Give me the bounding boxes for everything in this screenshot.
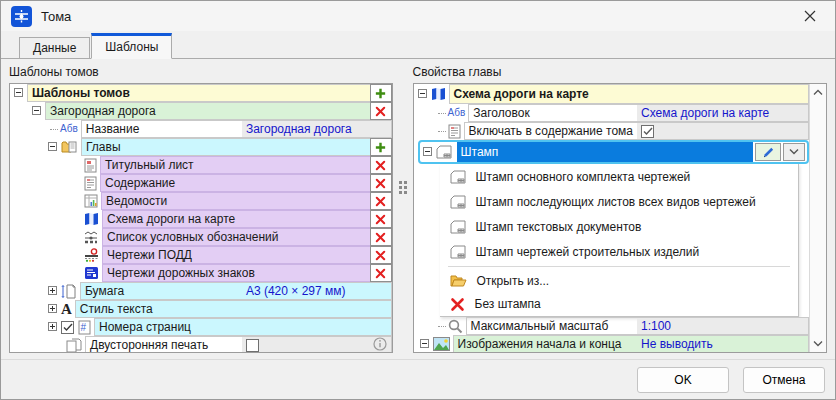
chapter-label: Ведомости [106,194,167,208]
delete-chapter-button[interactable] [370,192,392,210]
page-numbers-checkbox[interactable] [61,321,74,334]
tree-guide [438,131,446,132]
header-value[interactable]: Схема дороги на карте [637,104,809,122]
add-template-button[interactable] [370,84,392,102]
tree-row-max-scale[interactable]: Максимальный масштаб 1:100 [414,317,809,335]
expander-icon[interactable] [14,86,23,100]
tree-row-chapter-sheets[interactable]: Ведомости [10,192,392,210]
folder-open-icon [450,274,467,287]
expander-icon[interactable] [418,87,427,101]
chapter-label: Содержание [105,176,175,190]
stamp-option-subsequent-sheets[interactable]: Штамп последующих листов всех видов черт… [440,189,798,214]
duplex-label: Двусторонняя печать [90,338,208,352]
open-from-item[interactable]: Открыть из... [440,269,798,292]
delete-icon [374,105,387,118]
paper-label: Бумага [85,284,124,298]
sheets-table-icon [84,194,98,208]
delete-chapter-button[interactable] [370,228,392,246]
paper-value[interactable]: А3 (420 × 297 мм) [242,282,392,300]
contents-icon [84,176,97,191]
tree-row-header[interactable]: Абв Заголовок Схема дороги на карте [414,104,809,122]
page-number-icon: # [78,320,91,335]
include-label-cell: Включать в содержание тома [464,122,637,140]
chapter-properties-panel: Свойства главы Схема дороги на карте Абв [413,63,827,359]
tree-row-name[interactable]: Абв Название Загородная дорога [10,120,392,138]
splitter-grip-icon [399,181,407,194]
tree-row-chapter-road-map[interactable]: Схема дороги на карте [10,210,392,228]
duplex-value-cell [242,336,392,352]
chapter-label: Титульный лист [105,158,194,172]
expander-icon[interactable] [32,104,41,118]
tree-row-chapter-root[interactable]: Схема дороги на карте [414,84,809,104]
delete-chapter-button[interactable] [370,246,392,264]
delete-chapter-button[interactable] [370,156,392,174]
delete-chapter-button[interactable] [370,174,392,192]
tree-row-images[interactable]: Изображения начала и конца Не выводить [414,335,809,352]
delete-icon [374,159,387,172]
tree-row-stamp-selected[interactable]: Штамп [414,140,809,164]
stamp-selection-ring: Штамп [418,140,809,164]
tree-row-chapters[interactable]: Главы [10,138,392,156]
expander-icon[interactable] [423,145,432,159]
chapter-label-cell: Ведомости [101,192,370,210]
delete-chapter-button[interactable] [370,264,392,282]
name-value[interactable]: Загородная дорога [242,120,392,138]
map-icon [431,87,446,101]
tab-templates[interactable]: Шаблоны [91,33,172,59]
tree-row-template[interactable]: Загородная дорога [10,102,392,120]
images-value[interactable]: Не выводить [637,335,809,352]
expander-icon[interactable] [48,320,57,334]
tree-row-duplex[interactable]: Двусторонняя печать [10,336,392,352]
text-style-label: Стиль текста [80,302,153,316]
stamp-option-text-documents[interactable]: Штамп текстовых документов [440,214,798,239]
tree-row-chapter-contents[interactable]: Содержание [10,174,392,192]
traffic-scheme-icon [84,248,99,262]
cancel-button[interactable]: Отмена [743,367,825,393]
no-stamp-item[interactable]: Без штампа [440,292,798,316]
tree-guide [438,113,446,114]
title-page-icon [84,158,97,173]
stamp-option-label: Штамп основного комплекта чертежей [476,170,691,184]
edit-stamp-button[interactable] [755,143,781,161]
tree-row-page-numbers[interactable]: # Номера страниц [10,318,392,336]
tree-row-paper[interactable]: Бумага А3 (420 × 297 мм) [10,282,392,300]
duplex-checkbox[interactable] [246,339,259,352]
expander-icon[interactable] [420,337,429,351]
stamp-dropdown-list: Штамп основного комплекта чертежей Штамп… [440,164,799,317]
tree-row-chapter-podd[interactable]: Чертежи ПОДД [10,246,392,264]
expander-icon[interactable] [48,284,57,298]
stamp-icon [450,220,466,234]
delete-template-button[interactable] [370,102,392,120]
max-scale-label: Максимальный масштаб [471,319,609,333]
stamp-option-main-set[interactable]: Штамп основного комплекта чертежей [440,164,798,189]
vertical-scrollbar[interactable] [809,84,826,352]
panel-splitter[interactable] [393,63,413,359]
tree-row-chapter-title-page[interactable]: Титульный лист [10,156,392,174]
scroll-up-icon[interactable] [810,84,826,101]
chapter-label: Список условных обозначений [107,230,278,244]
tree-row-text-style[interactable]: A Стиль текста [10,300,392,318]
scroll-down-icon[interactable] [810,335,826,352]
ok-button[interactable]: OK [637,367,729,393]
tree-row-root[interactable]: Шаблоны томов [10,84,392,102]
expander-icon[interactable] [48,302,57,316]
add-chapter-button[interactable] [370,138,392,156]
close-icon[interactable] [793,1,827,31]
tab-data[interactable]: Данные [19,37,90,58]
delete-icon [374,267,387,280]
delete-chapter-button[interactable] [370,210,392,228]
include-checkbox[interactable] [641,125,654,138]
tree-row-include[interactable]: Включать в содержание тома [414,122,809,140]
tree-row-chapter-legend[interactable]: Список условных обозначений [10,228,392,246]
expander-icon[interactable] [48,140,57,154]
legend-icon [84,231,99,244]
stamp-option-construction-products[interactable]: Штамп чертежей строительных изделий [440,239,798,264]
stamp-dropdown-button[interactable] [783,143,805,161]
images-label-cell: Изображения начала и конца [453,335,637,352]
delete-icon [374,177,387,190]
chapter-label-cell: Чертежи ПОДД [102,246,370,264]
tree-row-chapter-road-signs[interactable]: Чертежи дорожных знаков [10,264,392,282]
chapter-properties-tree: Схема дороги на карте Абв Заголовок Схем… [413,83,827,353]
max-scale-value[interactable]: 1:100 [637,317,809,335]
chevron-down-icon [788,148,800,156]
